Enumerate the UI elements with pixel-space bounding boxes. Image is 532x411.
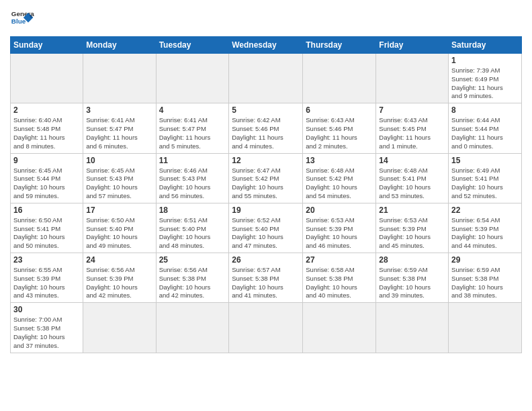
day-info: Sunrise: 6:57 AM Sunset: 5:38 PM Dayligh… — [232, 266, 300, 300]
day-number: 12 — [232, 156, 300, 165]
day-info: Sunrise: 6:43 AM Sunset: 5:45 PM Dayligh… — [379, 116, 445, 150]
calendar-cell: 8Sunrise: 6:44 AM Sunset: 5:44 PM Daylig… — [449, 103, 522, 153]
calendar-cell — [449, 303, 522, 353]
day-info: Sunrise: 6:45 AM Sunset: 5:44 PM Dayligh… — [13, 167, 80, 201]
calendar-week-row: 23Sunrise: 6:55 AM Sunset: 5:39 PM Dayli… — [11, 253, 522, 303]
calendar-cell: 10Sunrise: 6:45 AM Sunset: 5:43 PM Dayli… — [83, 153, 156, 203]
calendar-cell: 14Sunrise: 6:48 AM Sunset: 5:41 PM Dayli… — [376, 153, 449, 203]
calendar-cell — [303, 303, 376, 353]
day-info: Sunrise: 6:58 AM Sunset: 5:38 PM Dayligh… — [306, 266, 373, 300]
day-number: 17 — [86, 205, 152, 215]
day-info: Sunrise: 6:59 AM Sunset: 5:38 PM Dayligh… — [379, 266, 445, 300]
day-number: 9 — [13, 156, 80, 165]
day-info: Sunrise: 7:39 AM Sunset: 6:49 PM Dayligh… — [451, 66, 519, 101]
calendar-cell: 22Sunrise: 6:54 AM Sunset: 5:39 PM Dayli… — [449, 203, 522, 253]
day-info: Sunrise: 6:50 AM Sunset: 5:40 PM Dayligh… — [86, 216, 152, 250]
calendar-cell: 26Sunrise: 6:57 AM Sunset: 5:38 PM Dayli… — [229, 253, 303, 303]
day-number: 26 — [232, 255, 300, 265]
calendar-week-row: 2Sunrise: 6:40 AM Sunset: 5:48 PM Daylig… — [11, 103, 522, 153]
day-info: Sunrise: 6:54 AM Sunset: 5:39 PM Dayligh… — [451, 216, 519, 250]
day-info: Sunrise: 6:59 AM Sunset: 5:38 PM Dayligh… — [451, 266, 519, 300]
calendar-cell: 28Sunrise: 6:59 AM Sunset: 5:38 PM Dayli… — [376, 253, 449, 303]
day-number: 18 — [159, 205, 226, 215]
calendar-cell: 1Sunrise: 7:39 AM Sunset: 6:49 PM Daylig… — [449, 54, 522, 103]
calendar-cell: 18Sunrise: 6:51 AM Sunset: 5:40 PM Dayli… — [156, 203, 229, 253]
day-info: Sunrise: 6:53 AM Sunset: 5:39 PM Dayligh… — [306, 216, 373, 250]
day-number: 25 — [159, 255, 226, 265]
day-info: Sunrise: 6:47 AM Sunset: 5:42 PM Dayligh… — [232, 167, 300, 201]
day-info: Sunrise: 6:46 AM Sunset: 5:43 PM Dayligh… — [159, 167, 226, 201]
calendar-cell: 27Sunrise: 6:58 AM Sunset: 5:38 PM Dayli… — [303, 253, 376, 303]
weekday-header: Saturday — [449, 37, 522, 54]
calendar-cell: 29Sunrise: 6:59 AM Sunset: 5:38 PM Dayli… — [449, 253, 522, 303]
day-number: 13 — [306, 156, 373, 165]
day-number: 11 — [159, 156, 226, 165]
logo: General Blue — [10, 7, 34, 31]
weekday-header: Friday — [376, 37, 449, 54]
day-info: Sunrise: 6:44 AM Sunset: 5:44 PM Dayligh… — [451, 116, 519, 150]
svg-text:Blue: Blue — [11, 17, 26, 25]
day-number: 27 — [306, 255, 373, 265]
calendar-cell: 15Sunrise: 6:49 AM Sunset: 5:41 PM Dayli… — [449, 153, 522, 203]
day-number: 15 — [451, 156, 519, 165]
calendar-cell: 24Sunrise: 6:56 AM Sunset: 5:39 PM Dayli… — [83, 253, 156, 303]
weekday-header: Monday — [83, 37, 156, 54]
calendar-cell: 4Sunrise: 6:41 AM Sunset: 5:47 PM Daylig… — [156, 103, 229, 153]
day-info: Sunrise: 6:52 AM Sunset: 5:40 PM Dayligh… — [232, 216, 300, 250]
calendar-cell — [376, 54, 449, 103]
calendar-cell: 25Sunrise: 6:56 AM Sunset: 5:38 PM Dayli… — [156, 253, 229, 303]
day-info: Sunrise: 6:56 AM Sunset: 5:39 PM Dayligh… — [86, 266, 152, 300]
day-info: Sunrise: 6:41 AM Sunset: 5:47 PM Dayligh… — [159, 116, 226, 150]
calendar-table: SundayMondayTuesdayWednesdayThursdayFrid… — [10, 36, 522, 353]
calendar-cell: 21Sunrise: 6:53 AM Sunset: 5:39 PM Dayli… — [376, 203, 449, 253]
day-info: Sunrise: 6:51 AM Sunset: 5:40 PM Dayligh… — [159, 216, 226, 250]
day-number: 10 — [86, 156, 152, 165]
day-info: Sunrise: 6:40 AM Sunset: 5:48 PM Dayligh… — [13, 116, 80, 150]
day-info: Sunrise: 6:56 AM Sunset: 5:38 PM Dayligh… — [159, 266, 226, 300]
calendar-cell: 5Sunrise: 6:42 AM Sunset: 5:46 PM Daylig… — [229, 103, 303, 153]
calendar-cell: 20Sunrise: 6:53 AM Sunset: 5:39 PM Dayli… — [303, 203, 376, 253]
calendar-cell — [229, 54, 303, 103]
day-info: Sunrise: 6:45 AM Sunset: 5:43 PM Dayligh… — [86, 167, 152, 201]
day-info: Sunrise: 6:43 AM Sunset: 5:46 PM Dayligh… — [306, 116, 373, 150]
calendar-cell: 11Sunrise: 6:46 AM Sunset: 5:43 PM Dayli… — [156, 153, 229, 203]
day-info: Sunrise: 6:48 AM Sunset: 5:42 PM Dayligh… — [306, 167, 373, 201]
calendar-cell — [83, 54, 156, 103]
day-number: 4 — [159, 105, 226, 115]
day-info: Sunrise: 6:53 AM Sunset: 5:39 PM Dayligh… — [379, 216, 445, 250]
day-info: Sunrise: 7:00 AM Sunset: 5:38 PM Dayligh… — [13, 316, 80, 350]
calendar-week-row: 9Sunrise: 6:45 AM Sunset: 5:44 PM Daylig… — [11, 153, 522, 203]
day-info: Sunrise: 6:41 AM Sunset: 5:47 PM Dayligh… — [86, 116, 152, 150]
weekday-header: Thursday — [303, 37, 376, 54]
calendar-cell: 16Sunrise: 6:50 AM Sunset: 5:41 PM Dayli… — [11, 203, 83, 253]
calendar-cell — [229, 303, 303, 353]
day-number: 22 — [451, 205, 519, 215]
day-number: 20 — [306, 205, 373, 215]
calendar-cell: 6Sunrise: 6:43 AM Sunset: 5:46 PM Daylig… — [303, 103, 376, 153]
calendar-cell: 23Sunrise: 6:55 AM Sunset: 5:39 PM Dayli… — [11, 253, 83, 303]
day-number: 3 — [86, 105, 152, 115]
calendar-cell: 30Sunrise: 7:00 AM Sunset: 5:38 PM Dayli… — [11, 303, 83, 353]
day-info: Sunrise: 6:48 AM Sunset: 5:41 PM Dayligh… — [379, 167, 445, 201]
day-number: 1 — [451, 56, 519, 65]
calendar-week-row: 16Sunrise: 6:50 AM Sunset: 5:41 PM Dayli… — [11, 203, 522, 253]
weekday-header: Sunday — [11, 37, 83, 54]
calendar-cell: 2Sunrise: 6:40 AM Sunset: 5:48 PM Daylig… — [11, 103, 83, 153]
calendar-cell — [303, 54, 376, 103]
calendar-cell: 7Sunrise: 6:43 AM Sunset: 5:45 PM Daylig… — [376, 103, 449, 153]
page-header: General Blue — [10, 7, 522, 31]
day-number: 23 — [13, 255, 80, 265]
calendar-cell: 3Sunrise: 6:41 AM Sunset: 5:47 PM Daylig… — [83, 103, 156, 153]
day-number: 5 — [232, 105, 300, 115]
calendar-cell — [376, 303, 449, 353]
day-number: 24 — [86, 255, 152, 265]
day-number: 30 — [13, 305, 80, 314]
calendar-cell: 17Sunrise: 6:50 AM Sunset: 5:40 PM Dayli… — [83, 203, 156, 253]
day-number: 16 — [13, 205, 80, 215]
calendar-cell: 12Sunrise: 6:47 AM Sunset: 5:42 PM Dayli… — [229, 153, 303, 203]
logo-icon: General Blue — [10, 7, 34, 31]
calendar-week-row: 30Sunrise: 7:00 AM Sunset: 5:38 PM Dayli… — [11, 303, 522, 353]
day-info: Sunrise: 6:49 AM Sunset: 5:41 PM Dayligh… — [451, 167, 519, 201]
day-number: 8 — [451, 105, 519, 115]
calendar-cell — [156, 303, 229, 353]
